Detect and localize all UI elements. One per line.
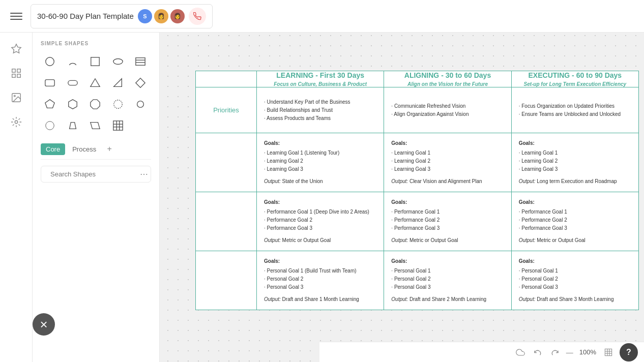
table-row-goals: Goals: · Learning Goal 1 (Listening Tour… [196,133,639,192]
tab-add-button[interactable]: + [103,143,115,155]
cloud-icon[interactable] [513,345,528,359]
row-header-performance [196,192,257,251]
svg-marker-19 [45,100,54,108]
row-header-personal [196,251,257,310]
table-row-personal: Goals: · Personal Goal 1 (Build Trust wi… [196,251,639,310]
shape-circle-outline[interactable] [109,95,127,113]
bottom-controls: — 100% [513,345,616,359]
svg-rect-27 [113,121,123,130]
hamburger-button[interactable] [8,8,24,24]
table-row-priorities: Priorities · Understand Key Part of the … [196,87,639,133]
document-title-bar[interactable]: 30-60-90 Day Plan Template S 👩 👩 [31,4,213,28]
personal-col2: Goals: · Personal Goal 1· Personal Goal … [511,251,638,310]
col-header-0: LEARNING - First 30 Days Focus on Cultur… [257,71,384,87]
phone-button[interactable] [189,8,206,25]
redo-button[interactable] [548,345,562,359]
svg-point-23 [137,101,144,108]
bottom-bar: — 100% ? [319,342,644,362]
sidebar-icon-image[interactable] [6,87,26,108]
avatars-group: S 👩 👩 [138,9,185,23]
shapes-panel: SIMPLE SHAPES [33,33,160,362]
performance-col2: Goals: · Performance Goal 1· Performance… [511,192,638,251]
tab-core[interactable]: Core [41,143,65,155]
left-sidebar [0,33,33,362]
topbar: 30-60-90 Day Plan Template S 👩 👩 [0,0,644,33]
svg-rect-33 [605,349,611,355]
avatar-b[interactable]: 👩 [154,9,168,23]
shape-trapezoid[interactable] [64,116,82,135]
shape-square[interactable] [86,52,104,71]
table-row-performance: Goals: · Performance Goal 1 (Deep Dive i… [196,192,639,251]
help-button[interactable]: ? [620,343,638,361]
svg-marker-18 [136,78,145,87]
svg-marker-17 [114,79,122,87]
sidebar-icon-star[interactable] [6,39,26,59]
avatar-s[interactable]: S [138,9,152,23]
zoom-level: 100% [579,348,596,356]
svg-marker-0 [11,44,20,53]
sidebar-icon-grid[interactable] [6,63,26,83]
search-shapes-input[interactable] [50,170,136,178]
goals-col1: Goals: · Learning Goal 1· Learning Goal … [384,133,511,192]
shape-grid[interactable] [109,116,127,135]
svg-marker-16 [91,79,100,87]
svg-rect-1 [12,69,15,72]
shape-triangle[interactable] [86,74,104,92]
plan-table: LEARNING - First 30 Days Focus on Cultur… [195,71,639,310]
tab-process[interactable]: Process [67,143,101,155]
priorities-col0: · Understand Key Part of the Business· B… [257,87,384,133]
svg-rect-9 [91,57,100,66]
shape-parallelogram[interactable] [86,116,104,135]
shape-ellipse[interactable] [109,52,127,71]
document-title: 30-60-90 Day Plan Template [37,12,134,20]
sidebar-icon-shape[interactable] [6,112,26,132]
svg-rect-15 [68,80,77,85]
svg-point-6 [14,95,15,97]
shape-right-triangle[interactable] [109,74,127,92]
svg-point-24 [46,122,54,130]
svg-rect-11 [136,58,145,66]
goals-col0: Goals: · Learning Goal 1 (Listening Tour… [257,133,384,192]
svg-marker-20 [68,100,77,109]
personal-col1: Goals: · Personal Goal 1· Personal Goal … [384,251,511,310]
svg-point-7 [15,120,18,124]
performance-col0: Goals: · Performance Goal 1 (Deep Dive i… [257,192,384,251]
svg-rect-2 [17,69,20,72]
shape-arc[interactable] [64,52,82,71]
shape-pentagon[interactable] [41,95,59,113]
goals-col2: Goals: · Learning Goal 1· Learning Goal … [511,133,638,192]
col-header-1: ALIGNING - 30 to 60 Days Align on the Vi… [384,71,511,87]
shape-circle-lg[interactable] [41,116,59,135]
shape-circle[interactable] [41,52,59,71]
grid-toggle[interactable] [601,345,616,359]
performance-col1: Goals: · Performance Goal 1· Performance… [384,192,511,251]
svg-marker-26 [91,123,100,129]
shapes-grid [41,52,151,135]
row-header-priorities: Priorities [196,87,257,133]
svg-point-22 [114,100,123,109]
shape-stadium[interactable] [64,74,82,92]
col-header-2: EXECUTING - 60 to 90 Days Set-up for Lon… [511,71,638,87]
shape-tabs: Core Process + [41,143,151,160]
fab-close-button[interactable]: × [33,313,55,336]
svg-rect-3 [12,74,15,77]
search-more-icon[interactable]: ⋯ [140,169,148,179]
row-header-goals [196,133,257,192]
shape-octagon[interactable] [86,95,104,113]
shape-rounded-rect[interactable] [41,74,59,92]
personal-col0: Goals: · Personal Goal 1 (Build Trust wi… [257,251,384,310]
svg-rect-14 [45,80,54,86]
shape-diamond[interactable] [131,74,150,92]
svg-point-10 [113,59,123,65]
shape-hexagon[interactable] [64,95,82,113]
shape-lined-rect[interactable] [131,52,150,71]
priorities-col2: · Focus Organization on Updated Prioriti… [511,87,638,133]
avatar-r[interactable]: 👩 [170,9,185,23]
svg-marker-21 [91,100,100,109]
search-shapes-bar[interactable]: ⋯ [41,166,151,183]
undo-button[interactable] [531,345,545,359]
priorities-col1: · Communicate Refreshed Vision· Align Or… [384,87,511,133]
canvas-area: LEARNING - First 30 Days Focus on Cultur… [160,33,644,362]
shape-circle-sm[interactable] [131,95,150,113]
svg-point-8 [46,57,54,66]
